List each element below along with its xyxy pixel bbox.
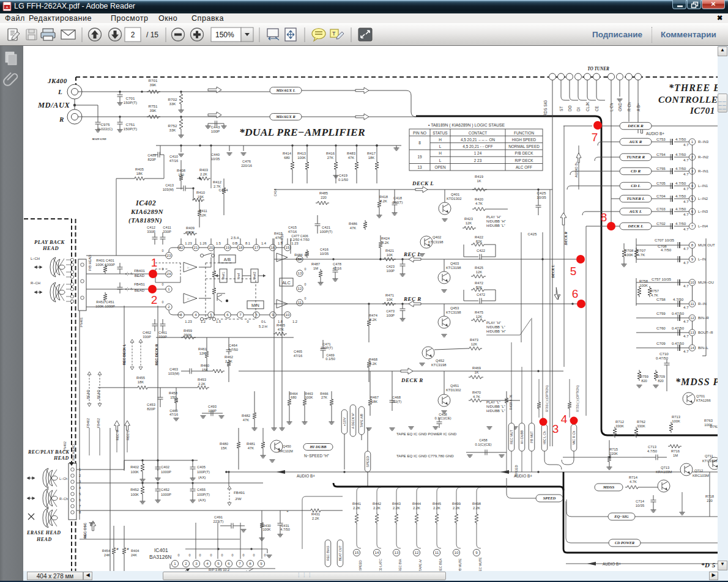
svg-text:392(T): 392(T): [392, 201, 403, 204]
svg-text:FB402: FB402: [86, 418, 90, 428]
svg-text:AUDIO B+: AUDIO B+: [603, 562, 621, 566]
svg-text:REC R: REC R: [403, 296, 422, 302]
svg-text:C753: C753: [656, 137, 666, 141]
svg-text:1.23: 1.23: [291, 241, 298, 245]
svg-text:MDSS: MDSS: [603, 485, 615, 489]
svg-text:330K: 330K: [637, 424, 645, 428]
svg-text:4.7K: 4.7K: [630, 480, 637, 484]
svg-text:FUNCTION: FUNCTION: [514, 131, 534, 135]
svg-text:R473: R473: [470, 338, 478, 342]
svg-text:4.7: 4.7: [683, 319, 689, 323]
svg-text:R438 4.7K: R438 4.7K: [509, 394, 513, 410]
svg-text:15K: 15K: [198, 195, 204, 199]
svg-text:BEAD: BEAD: [135, 274, 145, 278]
svg-text:R763: R763: [704, 419, 713, 422]
svg-text:R413: R413: [297, 152, 306, 155]
svg-text:R459: R459: [184, 329, 192, 333]
svg-text:HEAD: HEAD: [42, 245, 59, 251]
svg-text:R703 ( ) (OPTION): R703 ( ) (OPTION): [545, 385, 549, 412]
svg-text:Vref1: Vref1: [221, 272, 225, 280]
svg-text:R472: R472: [475, 281, 483, 285]
svg-text:0: 0: [232, 553, 234, 557]
svg-text:4: 4: [561, 413, 568, 425]
svg-text:HI DUBB: HI DUBB: [310, 444, 327, 449]
svg-text:C431: C431: [281, 524, 289, 528]
svg-text:R483: R483: [347, 152, 355, 155]
svg-text:R−Ch: R−Ch: [59, 497, 68, 501]
svg-text:N/DUBB “L”: N/DUBB “L”: [486, 325, 505, 329]
svg-text:C408: C408: [439, 413, 447, 416]
svg-text:R−IN: R−IN: [698, 302, 707, 306]
svg-text:33K: 33K: [169, 101, 176, 106]
svg-text:REC BIAS: REC BIAS: [326, 545, 330, 561]
svg-text:H: H: [439, 138, 442, 142]
svg-text:ALC OFF: ALC OFF: [516, 165, 532, 169]
svg-text:4.7: 4.7: [683, 199, 689, 204]
svg-text:R751: R751: [149, 104, 158, 108]
svg-text:IC401: IC401: [154, 547, 168, 553]
svg-text:15: 15: [286, 245, 290, 249]
svg-text:R475: R475: [475, 311, 483, 314]
svg-text:C452: C452: [161, 488, 169, 492]
svg-text:100P(T): 100P(T): [320, 230, 333, 234]
svg-text:4.7/50: 4.7/50: [647, 449, 657, 453]
svg-text:6: 6: [572, 287, 579, 300]
svg-text:1: 1: [691, 139, 694, 144]
svg-text:R452: R452: [130, 488, 139, 492]
svg-text:H/DUBB “L”: H/DUBB “L”: [486, 224, 505, 227]
svg-text:0: 0: [162, 249, 164, 252]
svg-text:FB491: FB491: [234, 490, 245, 495]
svg-text:820: 820: [658, 379, 664, 383]
svg-text:C403: C403: [147, 153, 156, 157]
svg-text:2: 2: [185, 561, 187, 565]
svg-text:TAPE A/: TAPE A/: [418, 559, 422, 571]
svg-text:L−IN1: L−IN1: [698, 184, 708, 188]
svg-text:R402: R402: [130, 465, 139, 469]
svg-text:C412: C412: [147, 226, 155, 229]
svg-text:2.2K: 2.2K: [198, 382, 206, 386]
svg-text:NORMAL SPEED: NORMAL SPEED: [508, 144, 540, 149]
svg-text:C713: C713: [648, 445, 656, 449]
svg-text:C755: C755: [656, 166, 666, 171]
svg-text:R418: R418: [379, 195, 388, 199]
svg-text:0.1/50: 0.1/50: [325, 357, 335, 361]
svg-text:(TA8189N): (TA8189N): [128, 216, 162, 224]
svg-text:REC OSC: REC OSC: [83, 523, 87, 539]
svg-text:OPEN: OPEN: [434, 165, 445, 169]
svg-text:L: L: [58, 88, 62, 95]
svg-text:HEAD: HEAD: [53, 455, 69, 461]
svg-text:7: 7: [691, 224, 694, 228]
svg-text:PN402: PN402: [63, 441, 67, 451]
svg-text:R425: R425: [475, 266, 483, 270]
svg-text:C405: C405: [197, 465, 206, 469]
svg-text:KTC3198: KTC3198: [431, 363, 447, 367]
svg-text:R421: R421: [385, 249, 394, 252]
svg-text:C422: C422: [477, 249, 485, 252]
svg-text:18K: 18K: [371, 400, 377, 403]
svg-text:C468: C468: [392, 396, 401, 399]
svg-text:1: 1: [151, 256, 158, 269]
svg-text:4.7/50: 4.7/50: [675, 152, 686, 157]
svg-text:C414: C414: [273, 189, 277, 197]
svg-text:R701: R701: [149, 78, 158, 83]
svg-text:DECK L: DECK L: [627, 224, 643, 229]
svg-text:R482: R482: [242, 414, 250, 418]
svg-text:C704: C704: [656, 194, 666, 198]
svg-text:PLAY “H”: PLAY “H”: [486, 321, 501, 325]
svg-text:10/35: 10/35: [211, 157, 220, 161]
svg-text:KTC3198: KTC3198: [428, 240, 444, 244]
svg-text:*THREE BAN: *THREE BAN: [669, 83, 718, 93]
svg-text:R405: R405: [135, 168, 144, 171]
svg-text:MIC L Ch: MIC L Ch: [543, 431, 546, 444]
svg-text:BEAT CUT: BEAT CUT: [338, 545, 342, 561]
svg-text:0:L: 0:L: [261, 320, 267, 323]
svg-text:L−CH: L−CH: [31, 257, 40, 260]
svg-text:C702: C702: [656, 221, 666, 226]
svg-text:HIGH SPEED: HIGH SPEED: [512, 138, 537, 142]
svg-text:23: 23: [167, 253, 171, 257]
svg-text:47K: 47K: [295, 257, 302, 261]
svg-text:100K: 100K: [262, 528, 270, 531]
svg-text:KTD1302: KTD1302: [446, 388, 461, 392]
svg-text:C705: C705: [656, 181, 666, 185]
svg-text:0:B: 0:B: [232, 241, 238, 245]
